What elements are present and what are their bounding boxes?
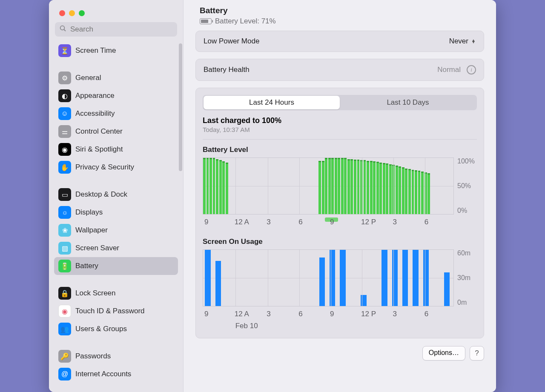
minimize-icon[interactable] [69,10,75,16]
search-icon [59,25,67,34]
sidebar-item-lock-screen[interactable]: 🔒Lock Screen [54,284,178,302]
key-icon: 🔑 [58,350,71,363]
bar [386,163,388,214]
close-icon[interactable] [59,10,65,16]
bar [325,158,327,214]
sidebar-item-screen-time[interactable]: ⏳Screen Time [54,42,178,60]
x-tick: 9 [204,310,208,318]
bar [421,172,424,214]
bar [405,169,407,214]
info-icon[interactable]: i [467,65,476,74]
battery-level-text: Battery Level: 71% [215,17,276,26]
bar [383,163,385,214]
sidebar-item-control-center[interactable]: ⚌Control Center [54,123,178,140]
x-axis-labels: 912 A36912 P36Feb 10 [203,310,454,331]
sidebar-item-label: General [75,74,101,82]
svg-line-1 [64,29,66,31]
sidebar-item-touch-id-password[interactable]: ◉Touch ID & Password [54,302,178,320]
battery-level-chart: Battery Level 100%50%0% 912 A36912 P36 [203,146,477,228]
sidebar-item-siri-spotlight[interactable]: ◉Siri & Spotlight [54,140,178,158]
page-title: Battery [200,6,480,15]
sidebar-item-displays[interactable]: ☼Displays [54,203,178,221]
help-button[interactable]: ? [470,346,484,361]
screensaver-icon: ▧ [58,242,71,255]
search-input[interactable] [55,22,177,37]
sidebar-item-label: Control Center [75,127,123,136]
sidebar-item-internet-accounts[interactable]: @Internet Accounts [54,365,178,383]
chevron-updown-icon: ▲▼ [471,40,476,43]
sidebar-item-appearance[interactable]: ◐Appearance [54,87,178,105]
scrollbar-thumb[interactable] [179,43,182,171]
bar [392,250,398,306]
tab-last-24h[interactable]: Last 24 Hours [204,96,340,109]
low-power-label: Low Power Mode [204,37,259,46]
bar [207,158,209,214]
search-field[interactable] [70,25,173,34]
sidebar: ⏳Screen Time⚙General◐Appearance☺Accessib… [49,0,184,392]
maximize-icon[interactable] [79,10,85,16]
sidebar-item-label: Touch ID & Password [75,307,145,315]
scrollbar[interactable] [178,42,183,178]
sidebar-item-accessibility[interactable]: ☺Accessibility [54,105,178,123]
bar [427,173,430,214]
bar [335,158,337,214]
battery-icon: 🔋 [58,260,71,272]
bar [408,169,411,214]
sidebar-item-users-groups[interactable]: 👥Users & Groups [54,320,178,338]
hand-icon: ✋ [58,161,71,174]
low-power-value: Never [449,37,468,46]
bar [222,161,225,214]
siri-icon: ◉ [58,143,71,156]
gear-icon: ⚙ [58,72,71,84]
sidebar-item-wallpaper[interactable]: ❀Wallpaper [54,221,178,239]
svg-point-0 [60,26,65,30]
chart-title: Screen On Usage [203,237,477,246]
person-icon: ☺ [58,107,71,120]
sidebar-item-privacy-security[interactable]: ✋Privacy & Security [54,158,178,176]
x-tick: 3 [267,310,270,318]
main-content: Battery Battery Level: 71% Low Power Mod… [184,0,496,392]
sidebar-item-general[interactable]: ⚙General [54,69,178,87]
sidebar-item-label: Passwords [75,352,111,361]
sidebar-item-label: Users & Groups [75,325,127,333]
tab-last-10d[interactable]: Last 10 Days [340,96,476,109]
bar [318,161,321,214]
bar [341,158,344,214]
bar [402,167,404,214]
x-tick: 6 [425,218,428,226]
bar [328,158,331,214]
last-charged-title: Last charged to 100% [203,116,477,125]
footer: Options… ? [195,346,484,361]
x-tick: 6 [298,310,302,318]
sidebar-item-screen-saver[interactable]: ▧Screen Saver [54,239,178,257]
bar [399,166,401,214]
bar [373,161,376,214]
battery-level-plot [203,157,454,215]
bar [376,162,379,214]
hourglass-icon: ⏳ [58,44,71,57]
bar [389,164,392,214]
bar [402,250,408,306]
bar [412,170,414,214]
low-power-select[interactable]: Never ▲▼ [449,37,476,46]
sidebar-item-passwords[interactable]: 🔑Passwords [54,347,178,365]
bar [423,250,429,306]
x-tick: 12 P [361,218,376,226]
sidebar-item-label: Appearance [75,92,115,100]
bar [357,160,360,214]
bar [319,258,325,306]
x-tick: 12 A [235,218,249,226]
options-button[interactable]: Options… [422,346,465,361]
fingerprint-icon: ◉ [58,305,71,318]
bar [205,250,210,306]
bar [415,170,417,214]
y-tick: 0m [457,299,477,306]
sidebar-item-battery[interactable]: 🔋Battery [54,257,178,275]
sidebar-item-label: Displays [75,208,103,217]
screen-on-plot [203,249,454,306]
chart-title: Battery Level [203,146,477,154]
bar [354,160,356,214]
bar [379,163,382,214]
low-power-panel: Low Power Mode Never ▲▼ [195,31,484,52]
sidebar-item-desktop-dock[interactable]: ▭Desktop & Dock [54,186,178,203]
